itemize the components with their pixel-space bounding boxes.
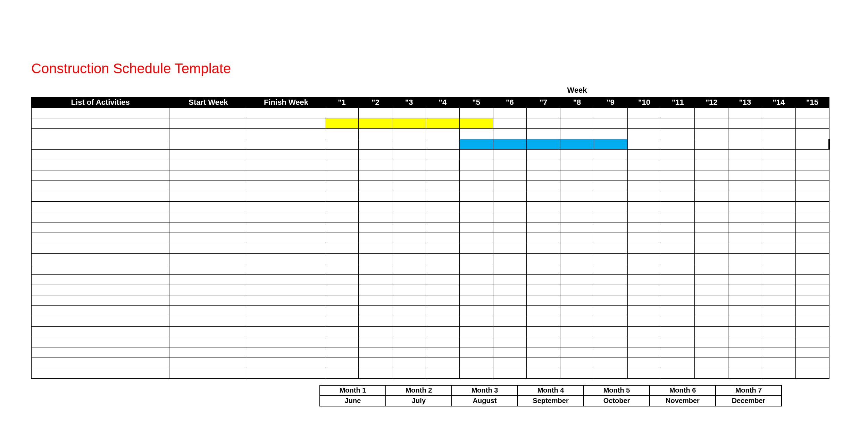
week-cell[interactable] [695,222,728,233]
week-cell[interactable] [459,108,493,118]
week-cell[interactable] [594,139,627,149]
week-cell[interactable] [627,358,661,368]
week-cell[interactable] [661,233,695,243]
week-cell[interactable] [459,212,493,222]
week-cell[interactable] [627,233,661,243]
week-cell[interactable] [594,274,627,285]
start-week-cell[interactable] [169,368,247,378]
start-week-cell[interactable] [169,201,247,212]
week-cell[interactable] [493,368,527,378]
week-cell[interactable] [392,108,426,118]
week-cell[interactable] [594,160,627,170]
week-cell[interactable] [594,243,627,253]
week-cell[interactable] [325,368,359,378]
activity-cell[interactable] [32,368,169,378]
activity-cell[interactable] [32,233,169,243]
week-cell[interactable] [459,295,493,305]
week-cell[interactable] [728,233,762,243]
week-cell[interactable] [795,201,829,212]
week-cell[interactable] [728,368,762,378]
week-cell[interactable] [728,264,762,274]
week-cell[interactable] [695,347,728,358]
week-cell[interactable] [493,253,527,264]
activity-cell[interactable] [32,337,169,347]
activity-cell[interactable] [32,170,169,180]
week-cell[interactable] [627,191,661,201]
week-cell[interactable] [426,243,459,253]
finish-week-cell[interactable] [247,212,325,222]
activity-cell[interactable] [32,347,169,358]
week-cell[interactable] [627,128,661,139]
start-week-cell[interactable] [169,326,247,337]
week-cell[interactable] [627,118,661,128]
week-cell[interactable] [359,191,392,201]
week-cell[interactable] [392,305,426,316]
week-cell[interactable] [728,243,762,253]
week-cell[interactable] [359,212,392,222]
week-cell[interactable] [695,118,728,128]
week-cell[interactable] [392,160,426,170]
week-cell[interactable] [695,274,728,285]
week-cell[interactable] [661,264,695,274]
week-cell[interactable] [661,368,695,378]
week-cell[interactable] [594,233,627,243]
week-cell[interactable] [392,347,426,358]
week-cell[interactable] [459,128,493,139]
week-cell[interactable] [560,201,594,212]
activity-cell[interactable] [32,139,169,149]
week-cell[interactable] [728,139,762,149]
week-cell[interactable] [392,128,426,139]
week-cell[interactable] [728,358,762,368]
start-week-cell[interactable] [169,337,247,347]
finish-week-cell[interactable] [247,358,325,368]
week-cell[interactable] [762,149,795,160]
week-cell[interactable] [459,170,493,180]
week-cell[interactable] [426,108,459,118]
week-cell[interactable] [459,316,493,326]
week-cell[interactable] [695,108,728,118]
week-cell[interactable] [795,368,829,378]
week-cell[interactable] [493,347,527,358]
week-cell[interactable] [426,222,459,233]
week-cell[interactable] [359,253,392,264]
week-cell[interactable] [392,222,426,233]
week-cell[interactable] [695,233,728,243]
week-cell[interactable] [661,139,695,149]
week-cell[interactable] [695,160,728,170]
activity-cell[interactable] [32,305,169,316]
week-cell[interactable] [392,191,426,201]
finish-week-cell[interactable] [247,139,325,149]
finish-week-cell[interactable] [247,274,325,285]
week-cell[interactable] [795,347,829,358]
week-cell[interactable] [762,160,795,170]
week-cell[interactable] [627,347,661,358]
week-cell[interactable] [661,212,695,222]
start-week-cell[interactable] [169,264,247,274]
week-cell[interactable] [762,274,795,285]
week-cell[interactable] [560,149,594,160]
week-cell[interactable] [661,337,695,347]
week-cell[interactable] [627,212,661,222]
week-cell[interactable] [493,285,527,295]
week-cell[interactable] [560,368,594,378]
week-cell[interactable] [594,264,627,274]
week-cell[interactable] [795,233,829,243]
week-cell[interactable] [560,253,594,264]
week-cell[interactable] [661,253,695,264]
start-week-cell[interactable] [169,212,247,222]
week-cell[interactable] [594,191,627,201]
week-cell[interactable] [560,118,594,128]
week-cell[interactable] [392,118,426,128]
week-cell[interactable] [627,295,661,305]
week-cell[interactable] [594,149,627,160]
week-cell[interactable] [627,316,661,326]
week-cell[interactable] [493,128,527,139]
week-cell[interactable] [728,180,762,191]
week-cell[interactable] [560,160,594,170]
start-week-cell[interactable] [169,285,247,295]
week-cell[interactable] [359,347,392,358]
week-cell[interactable] [728,274,762,285]
week-cell[interactable] [527,212,560,222]
start-week-cell[interactable] [169,108,247,118]
week-cell[interactable] [325,274,359,285]
